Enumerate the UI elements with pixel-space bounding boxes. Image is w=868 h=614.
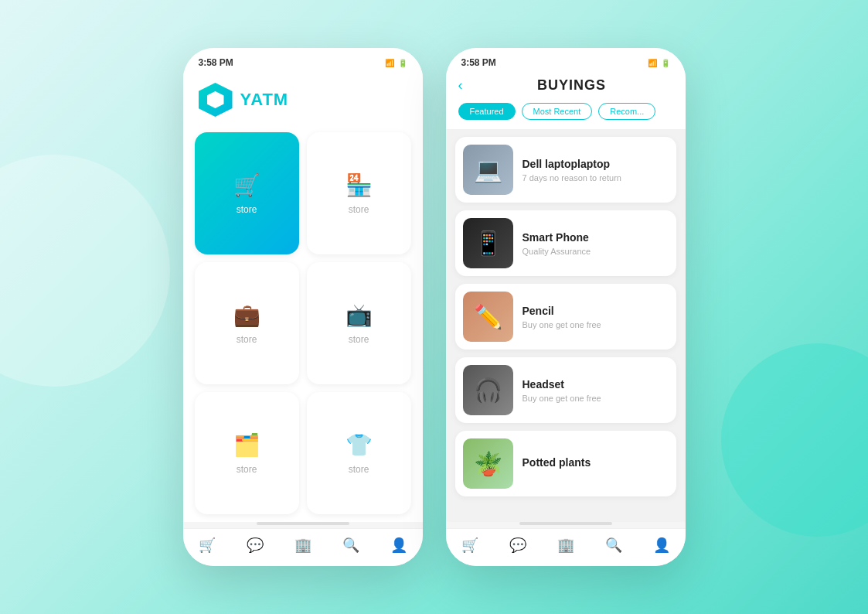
nav-chat-left[interactable]: 💬 — [247, 537, 264, 554]
store-card-4[interactable]: 🗂️ store — [195, 392, 299, 514]
product-img-laptop — [463, 145, 513, 195]
cart-icon: 🛒 — [233, 172, 260, 198]
product-name-pencil: Pencil — [523, 305, 669, 317]
product-desc-laptop: 7 days no reason to return — [523, 173, 669, 182]
logo-hex — [199, 83, 233, 117]
status-icons-right: 📶 🔋 — [648, 59, 670, 67]
nav-cart-left[interactable]: 🛒 — [199, 537, 216, 554]
store-label-0: store — [237, 204, 257, 215]
product-name-plant: Potted plants — [523, 456, 669, 469]
store-card-5[interactable]: 👕 store — [307, 392, 411, 514]
bottom-handle-left — [257, 522, 349, 525]
battery-icon: 🔋 — [398, 59, 407, 67]
time-right: 3:58 PM — [461, 57, 496, 68]
buyings-header: ‹ BUYINGS — [446, 71, 686, 103]
product-card-headset[interactable]: Headset Buy one get one free — [455, 357, 676, 423]
product-info-phone: Smart Phone Quality Assurance — [523, 231, 669, 256]
buyings-title: BUYINGS — [471, 77, 673, 94]
status-icons-left: 📶 🔋 — [385, 59, 407, 67]
shop-icon: 🏪 — [345, 172, 373, 198]
product-img-headset — [463, 365, 513, 415]
back-button[interactable]: ‹ — [458, 77, 463, 94]
nav-cart-right[interactable]: 🛒 — [461, 537, 478, 554]
shirt-icon: 👕 — [345, 432, 373, 458]
product-desc-pencil: Buy one get one free — [523, 320, 669, 329]
nav-profile-left[interactable]: 👤 — [390, 537, 407, 554]
store-label-4: store — [237, 464, 257, 475]
store-label-1: store — [349, 204, 369, 215]
store-grid: 🛒 store 🏪 store 💼 store 📺 store 🗂️ store… — [183, 125, 423, 522]
product-img-pencil — [463, 292, 513, 342]
left-phone: 3:58 PM 📶 🔋 YATM 🛒 store 🏪 store 💼 — [183, 48, 423, 566]
filter-most-recent[interactable]: Most Recent — [522, 103, 593, 120]
tv-icon: 📺 — [345, 302, 373, 328]
filter-recommended[interactable]: Recom... — [598, 103, 655, 120]
filter-tabs: Featured Most Recent Recom... — [446, 103, 686, 129]
product-name-laptop: Dell laptoplaptop — [523, 158, 669, 170]
right-phone-content: ‹ BUYINGS Featured Most Recent Recom... … — [446, 71, 686, 522]
product-list: Dell laptoplaptop 7 days no reason to re… — [446, 129, 686, 522]
wifi-icon-right: 📶 — [648, 59, 657, 67]
product-img-plant — [463, 438, 513, 489]
bottom-handle-right — [519, 522, 612, 525]
product-card-plant[interactable]: Potted plants — [455, 431, 676, 496]
right-phone: 3:58 PM 📶 🔋 ‹ BUYINGS Featured Most Rece… — [446, 48, 686, 566]
product-info-laptop: Dell laptoplaptop 7 days no reason to re… — [523, 158, 669, 182]
nav-search-right[interactable]: 🔍 — [605, 537, 622, 554]
product-desc-headset: Buy one get one free — [523, 394, 669, 403]
bottom-nav-right: 🛒 💬 🏢 🔍 👤 — [446, 528, 686, 566]
list-icon: 🗂️ — [233, 432, 260, 458]
time-left: 3:58 PM — [199, 57, 233, 68]
store-card-1[interactable]: 🏪 store — [307, 132, 411, 254]
filter-featured[interactable]: Featured — [458, 103, 516, 120]
bottom-nav-left: 🛒 💬 🏢 🔍 👤 — [183, 528, 423, 566]
product-name-headset: Headset — [523, 378, 669, 391]
logo-hex-inner — [207, 91, 224, 108]
store-card-2[interactable]: 💼 store — [195, 262, 299, 384]
nav-profile-right[interactable]: 👤 — [653, 537, 670, 554]
left-phone-content: YATM 🛒 store 🏪 store 💼 store 📺 store 🗂️ — [183, 71, 423, 522]
product-img-phone — [463, 218, 513, 268]
store-label-3: store — [349, 334, 369, 345]
nav-search-left[interactable]: 🔍 — [342, 537, 359, 554]
battery-icon-right: 🔋 — [661, 59, 670, 67]
product-card-phone[interactable]: Smart Phone Quality Assurance — [455, 210, 676, 276]
product-info-headset: Headset Buy one get one free — [523, 378, 669, 403]
logo-text: YATM — [240, 90, 289, 110]
product-info-plant: Potted plants — [523, 456, 669, 472]
product-desc-phone: Quality Assurance — [523, 247, 669, 256]
nav-store-right[interactable]: 🏢 — [557, 537, 574, 554]
status-bar-left: 3:58 PM 📶 🔋 — [183, 48, 423, 71]
product-card-laptop[interactable]: Dell laptoplaptop 7 days no reason to re… — [455, 137, 676, 203]
logo-area: YATM — [183, 71, 423, 125]
product-name-phone: Smart Phone — [523, 231, 669, 244]
store-card-3[interactable]: 📺 store — [307, 262, 411, 384]
status-bar-right: 3:58 PM 📶 🔋 — [446, 48, 686, 71]
store-label-5: store — [349, 464, 369, 475]
nav-chat-right[interactable]: 💬 — [509, 537, 526, 554]
nav-store-left[interactable]: 🏢 — [294, 537, 311, 554]
product-info-pencil: Pencil Buy one get one free — [523, 305, 669, 329]
product-card-pencil[interactable]: Pencil Buy one get one free — [455, 284, 676, 350]
store-card-0[interactable]: 🛒 store — [195, 132, 299, 254]
wifi-icon: 📶 — [385, 59, 394, 67]
store-label-2: store — [237, 334, 257, 345]
briefcase-icon: 💼 — [233, 302, 260, 328]
